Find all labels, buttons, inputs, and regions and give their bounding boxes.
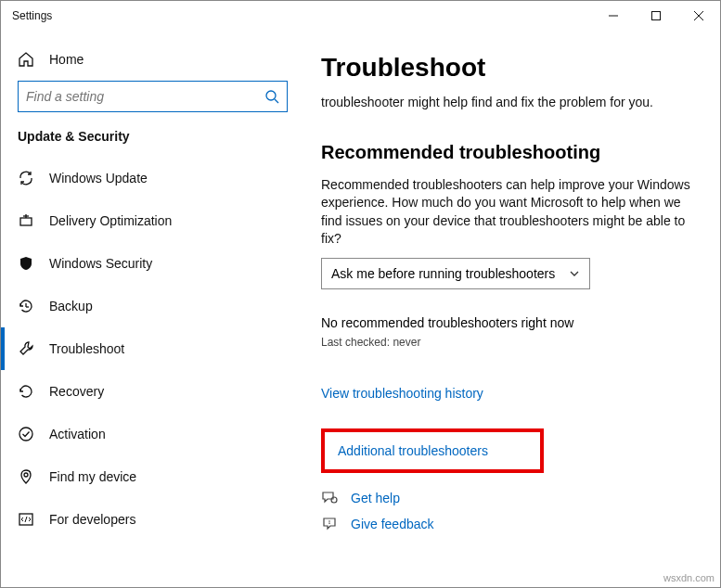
wrench-icon bbox=[18, 340, 34, 357]
svg-line-5 bbox=[275, 99, 278, 103]
sidebar-item-label: Recovery bbox=[49, 384, 104, 399]
svg-point-15 bbox=[328, 520, 330, 522]
sidebar-item-label: Activation bbox=[49, 427, 106, 441]
sidebar-item-label: Windows Security bbox=[49, 256, 152, 271]
svg-rect-6 bbox=[20, 218, 32, 225]
page-title: Troubleshoot bbox=[321, 53, 702, 83]
svg-point-12 bbox=[24, 473, 28, 477]
additional-troubleshooters-link[interactable]: Additional troubleshooters bbox=[338, 443, 527, 458]
highlight-box: Additional troubleshooters bbox=[321, 428, 544, 473]
shield-icon bbox=[18, 255, 34, 272]
select-value: Ask me before running troubleshooters bbox=[331, 266, 569, 281]
close-button[interactable] bbox=[677, 1, 720, 31]
sync-icon bbox=[18, 170, 34, 186]
get-help-label: Get help bbox=[351, 491, 400, 505]
title-bar: Settings bbox=[1, 1, 720, 31]
sidebar-item-backup[interactable]: Backup bbox=[1, 285, 301, 327]
status-none: No recommended troubleshooters right now bbox=[321, 315, 702, 330]
sidebar-item-label: Troubleshoot bbox=[49, 341, 124, 356]
troubleshoot-preference-select[interactable]: Ask me before running troubleshooters bbox=[321, 258, 590, 289]
last-checked: Last checked: never bbox=[321, 336, 702, 349]
sidebar-item-activation[interactable]: Activation bbox=[1, 413, 301, 455]
sidebar-item-label: Windows Update bbox=[49, 171, 148, 185]
sidebar-item-label: Backup bbox=[49, 299, 93, 313]
search-field[interactable] bbox=[26, 89, 264, 104]
location-icon bbox=[18, 468, 34, 485]
check-circle-icon bbox=[18, 426, 34, 442]
svg-point-4 bbox=[266, 91, 276, 100]
svg-rect-1 bbox=[652, 12, 661, 20]
home-icon bbox=[18, 51, 34, 68]
sidebar-item-label: For developers bbox=[49, 512, 135, 527]
window-title: Settings bbox=[12, 9, 52, 22]
category-heading: Update & Security bbox=[1, 129, 301, 157]
home-link[interactable]: Home bbox=[1, 42, 301, 77]
watermark: wsxdn.com bbox=[663, 572, 715, 583]
section-desc: Recommended troubleshooters can help imp… bbox=[321, 176, 702, 249]
feedback-icon bbox=[321, 516, 338, 532]
minimize-button[interactable] bbox=[592, 1, 635, 31]
svg-point-14 bbox=[331, 497, 337, 503]
give-feedback-link[interactable]: Give feedback bbox=[321, 516, 702, 532]
search-icon bbox=[264, 89, 279, 104]
section-title: Recommended troubleshooting bbox=[321, 142, 702, 163]
recovery-icon bbox=[18, 383, 34, 400]
give-feedback-label: Give feedback bbox=[351, 517, 434, 531]
sidebar-item-delivery-optimization[interactable]: Delivery Optimization bbox=[1, 199, 301, 242]
home-label: Home bbox=[49, 52, 84, 67]
search-input[interactable] bbox=[18, 81, 288, 112]
code-icon bbox=[18, 511, 34, 528]
chat-icon bbox=[321, 490, 338, 506]
chevron-down-icon bbox=[569, 268, 580, 279]
backup-icon bbox=[18, 298, 34, 314]
svg-point-11 bbox=[19, 428, 32, 441]
sidebar-item-recovery[interactable]: Recovery bbox=[1, 370, 301, 413]
get-help-link[interactable]: Get help bbox=[321, 490, 702, 506]
delivery-icon bbox=[18, 212, 34, 229]
page-intro: troubleshooter might help find and fix t… bbox=[321, 94, 702, 112]
main-panel: Troubleshoot troubleshooter might help f… bbox=[301, 31, 720, 587]
sidebar-item-windows-security[interactable]: Windows Security bbox=[1, 242, 301, 285]
sidebar-item-find-my-device[interactable]: Find my device bbox=[1, 455, 301, 498]
maximize-button[interactable] bbox=[635, 1, 677, 31]
sidebar-item-windows-update[interactable]: Windows Update bbox=[1, 157, 301, 199]
sidebar: Home Update & Security Windows Update De… bbox=[1, 31, 301, 587]
sidebar-item-label: Find my device bbox=[49, 469, 136, 484]
sidebar-item-troubleshoot[interactable]: Troubleshoot bbox=[1, 327, 301, 370]
sidebar-item-label: Delivery Optimization bbox=[49, 213, 172, 228]
sidebar-item-for-developers[interactable]: For developers bbox=[1, 498, 301, 541]
history-link[interactable]: View troubleshooting history bbox=[321, 386, 702, 401]
